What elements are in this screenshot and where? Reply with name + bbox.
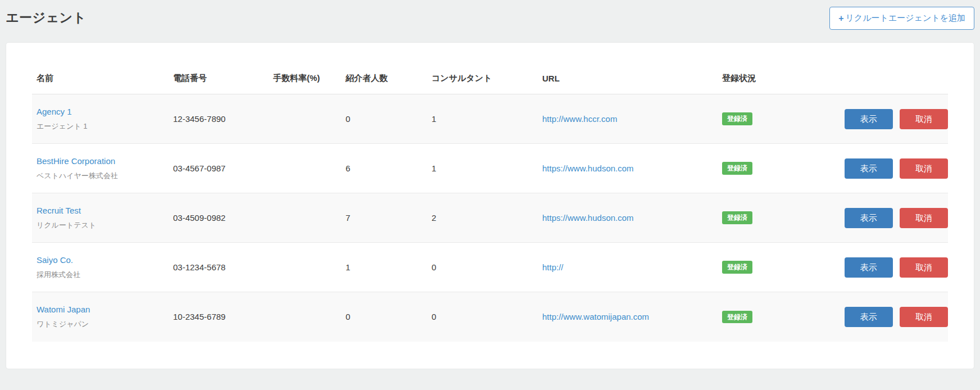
- agency-name-link[interactable]: Agency 1: [37, 107, 72, 116]
- agency-name-japanese: ワトミジャパン: [37, 319, 164, 329]
- referrals-cell: 6: [341, 144, 427, 193]
- agency-url-link[interactable]: http://: [542, 262, 564, 272]
- url-cell: https://www.hudson.com: [538, 144, 718, 193]
- column-header-consultants: コンサルタント: [427, 58, 538, 94]
- agency-url-link[interactable]: https://www.hudson.com: [542, 213, 634, 223]
- show-button[interactable]: 表示: [845, 158, 893, 179]
- actions-cell: 表示 取消: [807, 193, 948, 243]
- agency-name-cell: Saiyo Co. 採用株式会社: [32, 243, 169, 292]
- show-button[interactable]: 表示: [845, 257, 893, 278]
- status-cell: 登録済: [718, 292, 807, 342]
- status-cell: 登録済: [718, 144, 807, 193]
- fee-rate-cell: [269, 243, 341, 292]
- fee-rate-cell: [269, 94, 341, 144]
- referrals-cell: 1: [341, 243, 427, 292]
- page-title: エージェント: [6, 7, 87, 26]
- consultants-cell: 0: [427, 243, 538, 292]
- consultants-cell: 0: [427, 292, 538, 342]
- agency-name-japanese: エージェント 1: [37, 121, 164, 131]
- status-badge: 登録済: [722, 261, 752, 273]
- status-badge: 登録済: [722, 162, 752, 174]
- referrals-cell: 0: [341, 292, 427, 342]
- actions-cell: 表示 取消: [807, 94, 948, 144]
- table-row: BestHire Corporation ベストハイヤー株式会社 03-4567…: [32, 144, 948, 193]
- show-button[interactable]: 表示: [845, 208, 893, 228]
- column-header-status: 登録状況: [718, 58, 807, 94]
- agency-name-link[interactable]: Saiyo Co.: [37, 255, 73, 265]
- agency-name-cell: BestHire Corporation ベストハイヤー株式会社: [32, 144, 169, 193]
- url-cell: http://www.hccr.com: [538, 94, 718, 144]
- agency-name-japanese: ベストハイヤー株式会社: [37, 171, 164, 181]
- table-row: Watomi Japan ワトミジャパン 10-2345-6789 0 0 ht…: [32, 292, 948, 342]
- agency-url-link[interactable]: https://www.hudson.com: [542, 164, 634, 173]
- agency-name-cell: Agency 1 エージェント 1: [32, 94, 169, 144]
- url-cell: http://www.watomijapan.com: [538, 292, 718, 342]
- cancel-button[interactable]: 取消: [900, 257, 948, 278]
- column-header-name: 名前: [32, 58, 169, 94]
- cancel-button[interactable]: 取消: [900, 109, 948, 129]
- phone-cell: 03-4509-0982: [169, 193, 269, 243]
- agents-table-body: Agency 1 エージェント 1 12-3456-7890 0 1 http:…: [32, 94, 948, 342]
- actions-cell: 表示 取消: [807, 292, 948, 342]
- agents-panel: 名前 電話番号 手数料率(%) 紹介者人数 コンサルタント URL 登録状況 A…: [6, 42, 974, 369]
- referrals-cell: 0: [341, 94, 427, 144]
- cancel-button[interactable]: 取消: [900, 158, 948, 179]
- url-cell: https://www.hudson.com: [538, 193, 718, 243]
- table-row: Recruit Test リクルートテスト 03-4509-0982 7 2 h…: [32, 193, 948, 243]
- cancel-button[interactable]: 取消: [900, 307, 948, 327]
- status-cell: 登録済: [718, 193, 807, 243]
- table-row: Agency 1 エージェント 1 12-3456-7890 0 1 http:…: [32, 94, 948, 144]
- status-cell: 登録済: [718, 94, 807, 144]
- agency-name-japanese: リクルートテスト: [37, 220, 164, 230]
- agency-name-japanese: 採用株式会社: [37, 270, 164, 280]
- agency-url-link[interactable]: http://www.watomijapan.com: [542, 312, 649, 321]
- page-header: エージェント + リクルートエージェントを追加: [0, 0, 980, 31]
- status-badge: 登録済: [722, 112, 752, 125]
- consultants-cell: 1: [427, 94, 538, 144]
- actions-cell: 表示 取消: [807, 144, 948, 193]
- column-header-url: URL: [538, 58, 718, 94]
- add-recruit-agent-button[interactable]: + リクルートエージェントを追加: [829, 7, 974, 30]
- column-header-actions: [807, 58, 948, 94]
- agency-name-cell: Recruit Test リクルートテスト: [32, 193, 169, 243]
- agency-name-cell: Watomi Japan ワトミジャパン: [32, 292, 169, 342]
- add-recruit-agent-button-label: リクルートエージェントを追加: [845, 13, 965, 24]
- fee-rate-cell: [269, 193, 341, 243]
- show-button[interactable]: 表示: [845, 109, 893, 129]
- url-cell: http://: [538, 243, 718, 292]
- agency-name-link[interactable]: Watomi Japan: [37, 305, 90, 314]
- fee-rate-cell: [269, 144, 341, 193]
- agency-url-link[interactable]: http://www.hccr.com: [542, 114, 617, 124]
- consultants-cell: 2: [427, 193, 538, 243]
- agents-table: 名前 電話番号 手数料率(%) 紹介者人数 コンサルタント URL 登録状況 A…: [32, 58, 948, 342]
- actions-cell: 表示 取消: [807, 243, 948, 292]
- cancel-button[interactable]: 取消: [900, 208, 948, 228]
- phone-cell: 10-2345-6789: [169, 292, 269, 342]
- table-header-row: 名前 電話番号 手数料率(%) 紹介者人数 コンサルタント URL 登録状況: [32, 58, 948, 94]
- column-header-fee-rate: 手数料率(%): [269, 58, 341, 94]
- phone-cell: 03-4567-0987: [169, 144, 269, 193]
- phone-cell: 12-3456-7890: [169, 94, 269, 144]
- status-cell: 登録済: [718, 243, 807, 292]
- agency-name-link[interactable]: Recruit Test: [37, 206, 81, 215]
- status-badge: 登録済: [722, 311, 752, 323]
- show-button[interactable]: 表示: [845, 307, 893, 327]
- status-badge: 登録済: [722, 211, 752, 224]
- plus-icon: +: [838, 13, 843, 24]
- column-header-phone: 電話番号: [169, 58, 269, 94]
- column-header-referrals: 紹介者人数: [341, 58, 427, 94]
- table-row: Saiyo Co. 採用株式会社 03-1234-5678 1 0 http:/…: [32, 243, 948, 292]
- fee-rate-cell: [269, 292, 341, 342]
- referrals-cell: 7: [341, 193, 427, 243]
- phone-cell: 03-1234-5678: [169, 243, 269, 292]
- consultants-cell: 1: [427, 144, 538, 193]
- agency-name-link[interactable]: BestHire Corporation: [37, 156, 115, 166]
